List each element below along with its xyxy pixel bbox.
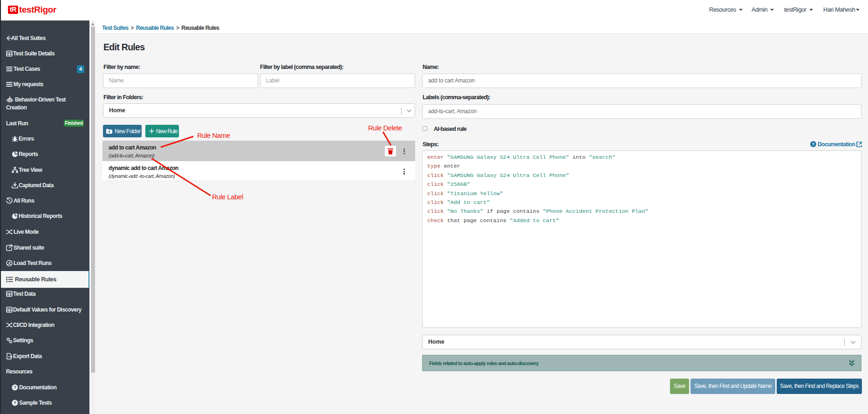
svg-text:?: ? — [812, 142, 815, 147]
svg-text:?: ? — [14, 400, 16, 405]
svg-text:?: ? — [14, 385, 16, 390]
